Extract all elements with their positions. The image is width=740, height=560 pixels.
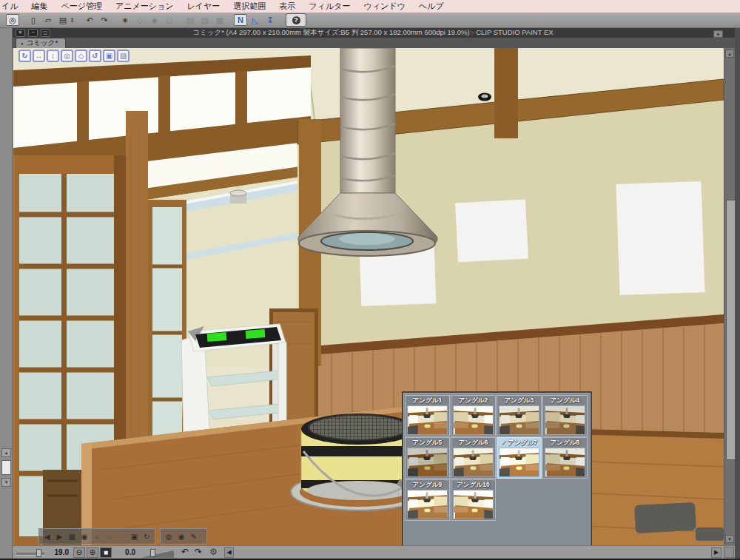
palette-scroll-button[interactable]: ▾: [1, 478, 11, 487]
angle-label: ✓アングル7: [497, 438, 541, 448]
angle-label: アングル4: [543, 396, 587, 405]
3d-gizmo-toolbar: ↻ ↔ ↕ ◎ ◇ ↺ ▣ ▨: [18, 50, 130, 62]
angle-label: アングル8: [543, 438, 587, 448]
rotate-mode-button[interactable]: ↻: [141, 530, 152, 542]
zoom-in-button[interactable]: ⊕: [87, 547, 98, 558]
reset-view-button[interactable]: ◀: [224, 547, 234, 558]
object-mode-button[interactable]: ▣: [128, 530, 140, 542]
angle-item-3[interactable]: アングル3: [497, 395, 542, 436]
maximize-window-button[interactable]: ◻: [41, 29, 50, 37]
ruler-figure-button[interactable]: ▨: [198, 14, 212, 26]
zoom-slider-thumb[interactable]: [36, 549, 41, 557]
select-3d-button[interactable]: ◌: [116, 530, 128, 542]
angle-item-10[interactable]: アングル10: [451, 479, 496, 521]
3d-render-tools: ◍ ◉ ✎: [160, 528, 207, 544]
angle-thumbnail: [407, 405, 448, 435]
zoom-out-button[interactable]: ⊖: [73, 547, 85, 558]
angle-item-9[interactable]: アングル9: [405, 479, 450, 521]
palette-collapse-button[interactable]: ▴: [1, 448, 11, 457]
canvas-vscrollbar[interactable]: ▴ ▾: [724, 48, 735, 545]
camera-pan-icon[interactable]: ↔: [33, 50, 45, 62]
menu-layer[interactable]: レイヤー: [181, 1, 227, 12]
angle-item-1[interactable]: アングル1: [405, 395, 450, 436]
menu-bar: イル 編集 ページ管理 アニメーション レイヤー 選択範囲 表示 フィルター ウ…: [0, 0, 740, 13]
palette-swatch[interactable]: [1, 460, 11, 475]
figure-button[interactable]: ⊙: [104, 530, 115, 542]
prev-page-button[interactable]: ◀: [41, 530, 53, 542]
undo-button[interactable]: ↶: [83, 14, 96, 26]
menu-edit[interactable]: 編集: [25, 1, 55, 12]
rotate-value: 0.0: [115, 548, 135, 556]
redo-button[interactable]: ↷: [98, 14, 111, 26]
menu-page-management[interactable]: ページ管理: [55, 1, 110, 12]
fill-button[interactable]: ◆: [148, 14, 161, 26]
menu-view[interactable]: 表示: [272, 1, 302, 12]
camera-angle-button[interactable]: ◉: [175, 530, 187, 542]
render-sphere-button[interactable]: ◍: [163, 530, 175, 542]
light-source-button[interactable]: ✎: [188, 530, 200, 542]
object-move-icon[interactable]: ◇: [75, 50, 87, 62]
help-button[interactable]: ?: [286, 13, 306, 27]
snap-special-ruler-button[interactable]: ◺: [249, 14, 262, 26]
import-3d-button[interactable]: ◉: [78, 530, 90, 542]
object-rotate-icon[interactable]: ↺: [89, 50, 101, 62]
view-settings-icon[interactable]: ⚙: [209, 547, 218, 557]
object-rotate-3d-icon[interactable]: ▣: [103, 50, 115, 62]
zoom-value: 19.0: [47, 548, 69, 556]
material-fan-button[interactable]: ◈: [91, 530, 103, 542]
checkmark-icon: ✓: [501, 439, 506, 446]
menu-animation[interactable]: アニメーション: [109, 1, 181, 12]
deselect-button[interactable]: ∗: [118, 14, 132, 26]
save-options-button[interactable]: ⇕: [69, 14, 75, 26]
angle-item-4[interactable]: アングル4: [542, 395, 588, 436]
close-window-button[interactable]: ✕: [16, 29, 25, 37]
scroll-up-button[interactable]: ▴: [725, 50, 734, 58]
transform-button[interactable]: ◻: [163, 14, 176, 26]
angle-label: アングル1: [406, 396, 449, 405]
clip-studio-logo-button[interactable]: ◎: [6, 14, 19, 26]
tab-comic[interactable]: ● コミック*: [16, 38, 66, 48]
move-layer-button[interactable]: ◇: [133, 14, 147, 26]
angle-label: アングル6: [451, 438, 495, 448]
help-icon: ?: [292, 16, 300, 24]
angle-item-8[interactable]: アングル8: [542, 437, 588, 479]
open-file-button[interactable]: ▱: [41, 14, 55, 26]
menu-filter[interactable]: フィルター: [302, 1, 357, 12]
document-title: コミック* (A4 297.00 x 210.00mm 製本サイズ:B5 判 2…: [50, 28, 740, 38]
camera-angle-panel: アングル1 アングル2 アングル3 アングル4 アングル5 アングル6 ✓アング…: [402, 391, 592, 555]
camera-rotate-icon[interactable]: ↻: [18, 50, 31, 62]
minimize-window-button[interactable]: −: [28, 29, 38, 37]
fit-to-screen-button[interactable]: ■: [100, 547, 112, 558]
ruler-frame-button[interactable]: ▩: [213, 14, 226, 26]
rotate-left-button[interactable]: ↶: [181, 547, 189, 557]
snap-grid-button[interactable]: ↧: [263, 14, 277, 26]
angle-thumbnail: [407, 490, 448, 519]
hscroll-right-button[interactable]: ▶: [711, 547, 722, 558]
object-scale-icon[interactable]: ▨: [117, 50, 130, 62]
inner-glass-door: [148, 200, 186, 466]
angle-thumbnail: [407, 448, 448, 477]
scroll-down-button[interactable]: ▾: [725, 535, 734, 543]
new-file-button[interactable]: ▯: [27, 14, 40, 26]
menu-window[interactable]: ウィンドウ: [357, 1, 411, 12]
save-file-button[interactable]: ▤: [56, 14, 70, 26]
ruler-pen-button[interactable]: ▧: [184, 14, 197, 26]
menu-help[interactable]: ヘルプ: [412, 1, 451, 12]
angle-item-5[interactable]: アングル5: [405, 437, 450, 479]
angle-item-7-selected[interactable]: ✓アングル7: [497, 437, 542, 479]
menu-selection[interactable]: 選択範囲: [226, 1, 272, 12]
menu-file-cropped[interactable]: イル: [0, 1, 25, 12]
resize-grip[interactable]: [724, 547, 734, 558]
rotate-slider[interactable]: [141, 550, 174, 558]
canvas-3d-scene[interactable]: [13, 48, 724, 545]
camera-dolly-icon[interactable]: ↕: [47, 50, 59, 62]
tab-menu-button[interactable]: ▾: [713, 30, 723, 38]
snap-ruler-button[interactable]: N: [234, 14, 247, 26]
rotate-right-button[interactable]: ↷: [195, 547, 202, 557]
angle-item-6[interactable]: アングル6: [451, 437, 496, 479]
angle-item-2[interactable]: アングル2: [451, 395, 496, 436]
next-page-button[interactable]: ▶: [54, 530, 66, 542]
camera-target-icon[interactable]: ◎: [61, 50, 73, 62]
page-list-button[interactable]: ▦: [67, 530, 78, 542]
rotate-slider-thumb[interactable]: [150, 549, 155, 557]
